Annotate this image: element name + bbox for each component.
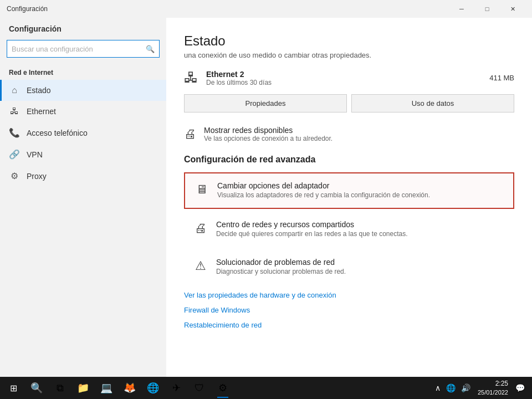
home-icon: ⌂	[9, 85, 20, 95]
config-desc-solucionador: Diagnosticar y solucionar problemas de r…	[216, 267, 346, 277]
taskbar-chrome[interactable]: 🌐	[142, 377, 164, 399]
taskbar-explorer[interactable]: 📁	[72, 377, 94, 399]
taskbar-search[interactable]: 🔍	[25, 377, 48, 399]
taskbar-app5[interactable]: 🛡	[188, 377, 211, 399]
sidebar-item-label-proxy: Proxy	[27, 172, 47, 181]
config-text-centro: Centro de redes y recursos compartidos D…	[216, 220, 408, 239]
search-input[interactable]	[12, 45, 146, 53]
config-text-cambiar: Cambiar opciones del adaptador Visualiza…	[217, 181, 430, 200]
link-restablecimiento[interactable]: Restablecimiento de red	[184, 318, 514, 332]
systray: ∧ 🌐 🔊	[433, 383, 472, 392]
close-button[interactable]: ✕	[500, 0, 525, 18]
tray-network[interactable]: 🌐	[444, 383, 457, 392]
titlebar: Configuración ─ □ ✕	[0, 0, 532, 18]
warning-icon: ⚠	[193, 259, 208, 273]
search-box[interactable]: 🔍	[7, 40, 160, 58]
available-icon: 🖨	[184, 127, 196, 141]
vpn-icon: 🔗	[9, 149, 20, 160]
sidebar: Configuración 🔍 Red e Internet ⌂ Estado …	[0, 18, 166, 377]
available-desc: Ve las opciones de conexión a tu alreded…	[204, 135, 332, 142]
available-section[interactable]: 🖨 Mostrar redes disponibles Ve las opcio…	[184, 126, 514, 142]
taskbar-settings[interactable]: ⚙	[212, 377, 234, 399]
sidebar-item-label-ethernet: Ethernet	[27, 107, 56, 116]
tray-volume[interactable]: 🔊	[459, 383, 472, 392]
advanced-title: Configuración de red avanzada	[184, 155, 514, 165]
sidebar-item-estado[interactable]: ⌂ Estado	[0, 80, 166, 101]
adapter-icon: 🖥	[194, 182, 209, 197]
sidebar-item-proxy[interactable]: ⚙ Proxy	[0, 165, 166, 187]
sidebar-section-label: Red e Internet	[0, 64, 166, 80]
sidebar-item-label-vpn: VPN	[27, 150, 43, 159]
taskbar-telegram[interactable]: ✈	[165, 377, 187, 399]
titlebar-title: Configuración	[7, 5, 48, 13]
available-title: Mostrar redes disponibles	[204, 126, 332, 135]
taskbar-clock[interactable]: 2:25 25/01/2022	[474, 380, 511, 396]
available-text: Mostrar redes disponibles Ve las opcione…	[204, 126, 332, 142]
network-info: Ethernet 2 De los últimos 30 días	[206, 70, 482, 86]
network-data: 411 MB	[489, 74, 514, 82]
network-name: Ethernet 2	[206, 70, 482, 79]
search-icon: 🔍	[146, 45, 155, 53]
network-card-icon: 🖧	[184, 69, 198, 86]
titlebar-controls: ─ □ ✕	[449, 0, 525, 18]
taskbar-taskview[interactable]: ⧉	[49, 377, 71, 399]
network-sub: De los últimos 30 días	[206, 79, 482, 86]
config-title-cambiar: Cambiar opciones del adaptador	[217, 181, 430, 190]
taskbar-right: ∧ 🌐 🔊 2:25 25/01/2022 💬	[433, 380, 530, 396]
section-subtitle: una conexión de uso medido o cambiar otr…	[184, 51, 514, 59]
sidebar-item-acceso[interactable]: 📞 Acceso telefónico	[0, 122, 166, 144]
uso-datos-button[interactable]: Uso de datos	[351, 94, 514, 112]
sidebar-item-ethernet[interactable]: 🖧 Ethernet	[0, 101, 166, 122]
minimize-button[interactable]: ─	[449, 0, 474, 18]
network-card: 🖧 Ethernet 2 De los últimos 30 días 411 …	[184, 69, 514, 86]
page-title: Estado	[184, 33, 514, 49]
start-button[interactable]: ⊞	[2, 377, 24, 399]
app-body: Configuración 🔍 Red e Internet ⌂ Estado …	[0, 18, 532, 377]
phone-icon: 📞	[9, 127, 20, 138]
config-item-solucionador[interactable]: ⚠ Solucionador de problemas de red Diagn…	[184, 250, 514, 284]
tray-notification[interactable]: 💬	[514, 383, 526, 392]
link-firewall[interactable]: Firewall de Windows	[184, 303, 514, 318]
tray-chevron[interactable]: ∧	[433, 383, 442, 392]
propiedades-button[interactable]: Propiedades	[184, 94, 347, 112]
centro-icon: 🖨	[193, 221, 208, 236]
ethernet-icon: 🖧	[9, 106, 20, 116]
config-item-cambiar[interactable]: 🖥 Cambiar opciones del adaptador Visuali…	[184, 172, 514, 209]
taskbar-firefox[interactable]: 🦊	[119, 377, 141, 399]
sidebar-item-vpn[interactable]: 🔗 VPN	[0, 144, 166, 165]
maximize-button[interactable]: □	[474, 0, 500, 18]
config-title-centro: Centro de redes y recursos compartidos	[216, 220, 408, 229]
proxy-icon: ⚙	[9, 171, 20, 181]
link-propiedades[interactable]: Ver las propiedades de hardware y de con…	[184, 288, 514, 303]
config-desc-centro: Decide qué quieres compartir en las rede…	[216, 229, 408, 239]
main-panel: Estado una conexión de uso medido o camb…	[166, 18, 532, 377]
config-desc-cambiar: Visualiza los adaptadores de red y cambi…	[217, 190, 430, 200]
sidebar-item-label-estado: Estado	[27, 86, 51, 95]
clock-date: 25/01/2022	[478, 388, 508, 396]
config-title-solucionador: Solucionador de problemas de red	[216, 258, 346, 267]
sidebar-header: Configuración	[0, 18, 166, 38]
taskbar-ie[interactable]: 💻	[95, 377, 117, 399]
btn-row: Propiedades Uso de datos	[184, 94, 514, 112]
taskbar: ⊞ 🔍 ⧉ 📁 💻 🦊 🌐 ✈ 🛡 ⚙ ∧ 🌐 🔊 2:25 25/01/202…	[0, 377, 532, 399]
available-item[interactable]: 🖨 Mostrar redes disponibles Ve las opcio…	[184, 126, 514, 142]
config-text-solucionador: Solucionador de problemas de red Diagnos…	[216, 258, 346, 277]
clock-time: 2:25	[478, 380, 508, 388]
sidebar-item-label-acceso: Acceso telefónico	[27, 129, 88, 137]
config-item-centro[interactable]: 🖨 Centro de redes y recursos compartidos…	[184, 212, 514, 247]
